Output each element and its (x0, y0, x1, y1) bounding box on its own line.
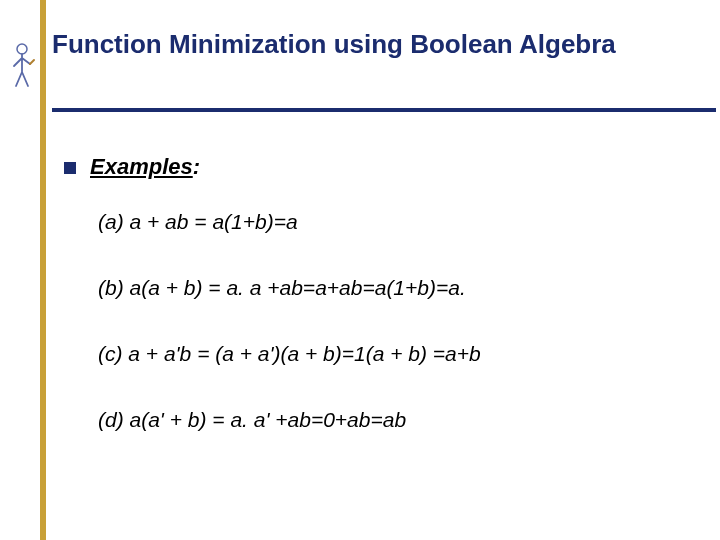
examples-label-underlined: Examples (90, 154, 193, 179)
slide-title-text: Function Minimization using Boolean Alge… (52, 24, 700, 66)
slide: Function Minimization using Boolean Alge… (0, 0, 720, 540)
example-b: (b) a(a + b) = a. a +ab=a+ab=a(1+b)=a. (98, 276, 690, 300)
slide-body: Examples: (a) a + ab = a(1+b)=a (b) a(a … (64, 154, 690, 474)
svg-point-0 (17, 44, 27, 54)
examples-label-rest: : (193, 154, 200, 179)
bullet-icon (64, 162, 76, 174)
example-a: (a) a + ab = a(1+b)=a (98, 210, 690, 234)
slide-title: Function Minimization using Boolean Alge… (52, 24, 700, 66)
left-accent-bar (40, 0, 46, 540)
professor-icon (8, 42, 36, 88)
examples-heading: Examples: (64, 154, 690, 180)
title-underline (52, 108, 716, 112)
example-d: (d) a(a' + b) = a. a' +ab=0+ab=ab (98, 408, 690, 432)
examples-label: Examples: (90, 154, 200, 180)
example-c: (c) a + a'b = (a + a')(a + b)=1(a + b) =… (98, 342, 690, 366)
